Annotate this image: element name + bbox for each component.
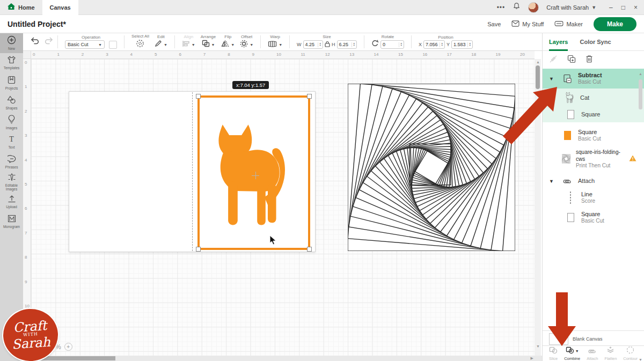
redo-button[interactable]: [44, 37, 53, 47]
account-menu[interactable]: Craft with Sarah ▼: [546, 4, 596, 11]
selection-center-crosshair: [252, 172, 259, 179]
delete-layer-icon[interactable]: [586, 55, 593, 65]
duplicate-layer-icon[interactable]: [567, 55, 576, 65]
vertical-scroll-thumb[interactable]: [536, 65, 540, 89]
subtract-result-icon: [562, 74, 573, 84]
stepper-icon[interactable]: ▲▼: [318, 42, 323, 47]
sidebar-item-shapes[interactable]: Shapes: [0, 93, 23, 113]
score-line-thumb: [570, 191, 571, 204]
layer-row-square-attach[interactable]: Square Basic Cut: [543, 208, 644, 227]
position-tooltip: x:7.04 y:1.57: [232, 81, 269, 89]
layer-row-attach[interactable]: ▼ Attach: [543, 174, 644, 188]
pencil-icon: [155, 40, 162, 49]
scroll-up-icon[interactable]: ▲: [536, 60, 540, 64]
layer-row-square-orange[interactable]: Square Basic Cut: [543, 126, 644, 145]
canvas-horizontal-scrollbar[interactable]: ◀ ▶: [23, 356, 542, 361]
upload-icon: [8, 195, 16, 205]
operation-select[interactable]: Basic Cut▼: [65, 40, 105, 49]
arrange-button[interactable]: Arrange ▼: [201, 34, 216, 49]
svg-text:T: T: [9, 135, 14, 143]
combine-button[interactable]: ▼ Combine: [564, 347, 580, 361]
sidebar-item-editable-images[interactable]: Editable Images: [0, 172, 23, 192]
make-button[interactable]: Make: [594, 17, 636, 31]
paperclip-icon: [562, 179, 573, 184]
attach-icon: [588, 347, 597, 356]
resize-handle-bottom-left[interactable]: [196, 247, 201, 252]
window-minimize-button[interactable]: –: [609, 4, 613, 11]
more-menu-icon[interactable]: •••: [497, 4, 506, 11]
sidebar-item-phrases[interactable]: Phrases: [0, 152, 23, 172]
combine-icon: [566, 347, 574, 356]
save-button[interactable]: Save: [487, 21, 501, 27]
square-outline-thumb: [567, 213, 574, 222]
sidebar-item-projects[interactable]: Projects: [0, 73, 23, 93]
lock-icon[interactable]: [325, 40, 330, 49]
size-width-input[interactable]: 4.25▲▼: [303, 40, 323, 49]
tab-canvas[interactable]: Canvas: [42, 0, 78, 15]
color-swatch[interactable]: [109, 41, 117, 49]
sidebar-item-upload[interactable]: Upload: [0, 192, 23, 212]
warp-button[interactable]: Warp ▼: [268, 34, 282, 49]
canvas-vertical-scrollbar[interactable]: ▲ ▼: [535, 59, 541, 356]
tab-home[interactable]: Home: [0, 0, 42, 15]
notifications-bell-icon[interactable]: [513, 2, 521, 12]
chevron-down-icon[interactable]: ▼: [549, 179, 557, 184]
layer-row-square-child[interactable]: Square: [543, 107, 644, 122]
layers-scroll-thumb[interactable]: [639, 79, 642, 109]
blank-canvas-swatch[interactable]: [549, 333, 568, 345]
sidebar-item-monogram[interactable]: Monogram: [0, 212, 23, 232]
scroll-down-icon[interactable]: ▼: [536, 344, 540, 348]
layer-row-subtract[interactable]: ▼ Subtract Basic Cut: [543, 69, 644, 89]
layers-scrollbar[interactable]: ▲ ▼: [638, 72, 643, 361]
tab-layers[interactable]: Layers: [549, 33, 568, 51]
size-height-input[interactable]: 6.25▲▼: [337, 40, 357, 49]
sidebar-item-images[interactable]: Images: [0, 113, 23, 132]
top-tab-bar: Home Canvas ••• Craft with Sarah ▼ – □ ×: [0, 0, 644, 15]
ruler-corner: [23, 51, 31, 59]
position-group: Position X 7.056▲▼ Y 1.583▲▼: [419, 35, 473, 49]
chevron-down-icon[interactable]: ▼: [549, 76, 557, 82]
machine-select-button[interactable]: Maker: [554, 20, 583, 28]
scroll-right-icon[interactable]: ▶: [531, 356, 533, 360]
layer-row-cat[interactable]: Cat: [543, 89, 644, 107]
sidebar-item-new[interactable]: New: [0, 33, 23, 53]
resize-handle-top-right[interactable]: [307, 94, 312, 99]
warning-icon[interactable]: [629, 154, 636, 164]
resize-handle-bottom-right[interactable]: [307, 247, 312, 252]
app-window: Home Canvas ••• Craft with Sarah ▼ – □ ×…: [0, 0, 644, 361]
layer-row-line-score[interactable]: Line Score: [543, 188, 644, 208]
shapes-icon: [7, 95, 16, 106]
orange-square-thumb: [564, 131, 571, 140]
stepper-icon[interactable]: ▲▼: [440, 42, 444, 47]
stepper-icon[interactable]: ▲▼: [467, 42, 472, 47]
sidebar-item-templates[interactable]: Templates: [0, 53, 23, 73]
hide-layer-icon[interactable]: [549, 55, 558, 65]
window-close-button[interactable]: ×: [634, 4, 638, 11]
my-stuff-icon: [511, 20, 519, 28]
layer-row-iris[interactable]: square-iris-folding-cws Print Then Cut: [543, 145, 644, 172]
edit-button[interactable]: Edit ▼: [155, 34, 167, 49]
resize-handle-top-left[interactable]: [196, 94, 201, 99]
tab-color-sync[interactable]: Color Sync: [580, 33, 611, 51]
selection-bounding-box[interactable]: [197, 95, 310, 250]
blank-canvas-row[interactable]: Blank Canvas: [543, 330, 644, 347]
select-all-icon: [136, 39, 144, 50]
position-x-input[interactable]: 7.056▲▼: [423, 40, 445, 49]
rotate-input[interactable]: 0▲▼: [380, 40, 404, 49]
window-restore-button[interactable]: □: [621, 4, 625, 11]
my-stuff-button[interactable]: My Stuff: [511, 20, 544, 28]
layers-panel: Layers Color Sync ▼ Subtract Basic Cut C…: [542, 33, 644, 361]
undo-button[interactable]: [31, 37, 40, 47]
position-y-input[interactable]: 1.583▲▼: [451, 40, 473, 49]
stepper-icon[interactable]: ▲▼: [399, 42, 404, 47]
layer-thumb-cat: [565, 92, 575, 104]
sidebar-item-text[interactable]: T Text: [0, 132, 23, 152]
scroll-up-icon[interactable]: ▲: [639, 72, 642, 76]
iris-pattern[interactable]: [348, 84, 515, 251]
select-all-button[interactable]: Select All: [131, 34, 149, 50]
zoom-in-button[interactable]: +: [64, 343, 72, 351]
offset-button[interactable]: Offset ▼: [240, 34, 253, 50]
flip-button[interactable]: Flip ▼: [221, 34, 235, 49]
avatar[interactable]: [528, 2, 539, 13]
stepper-icon[interactable]: ▲▼: [352, 42, 356, 47]
